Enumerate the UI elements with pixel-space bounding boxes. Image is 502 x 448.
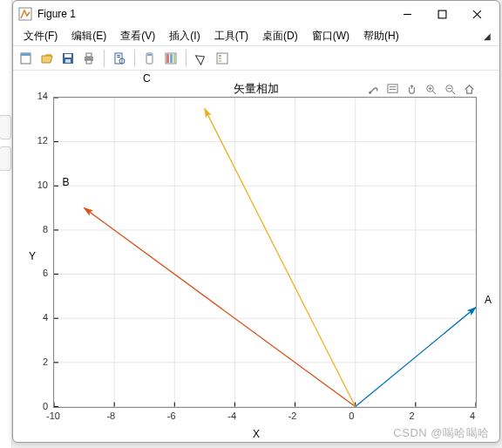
x-tick-label: 4 — [470, 411, 475, 421]
print-button[interactable] — [79, 49, 98, 68]
vector-label-c: C — [143, 72, 151, 85]
svg-rect-11 — [86, 53, 92, 57]
watermark: CSDN @喝哈喝哈 — [393, 425, 490, 441]
maximize-button[interactable] — [424, 2, 459, 26]
svg-point-27 — [369, 91, 371, 93]
svg-rect-15 — [117, 57, 120, 58]
titlebar: Figure 1 — [13, 1, 499, 27]
insert-legend-button[interactable] — [213, 49, 232, 68]
x-tick-label: 2 — [410, 411, 415, 421]
x-tick-label: 0 — [349, 411, 354, 421]
background-panel — [0, 0, 12, 448]
svg-line-36 — [451, 91, 455, 94]
brush-icon[interactable] — [365, 81, 381, 97]
figure-area: C 矢量相加 Y X -10-8-6-4-202402468101214 A B — [13, 71, 499, 442]
y-tick-label: 6 — [29, 268, 48, 278]
menu-view[interactable]: 查看(V) — [113, 27, 162, 45]
y-tick-label: 2 — [29, 356, 48, 367]
axes-toolbar — [365, 81, 477, 97]
figure-window: Figure 1 文件(F) 编辑(E) 查看(V) 插入(I) 工具(T) 桌… — [12, 0, 500, 443]
pan-icon[interactable] — [404, 81, 419, 97]
axes[interactable]: -10-8-6-4-202402468101214 A B — [53, 97, 477, 407]
minimize-button[interactable] — [390, 2, 424, 26]
plot-canvas — [53, 97, 477, 408]
svg-rect-20 — [166, 54, 169, 63]
y-axis-label: Y — [29, 250, 36, 262]
save-button[interactable] — [58, 49, 78, 68]
svg-rect-12 — [86, 60, 92, 64]
menu-help[interactable]: 帮助(H) — [356, 27, 406, 45]
menu-overflow-icon[interactable]: ◢ — [484, 31, 496, 41]
dock-tab — [0, 115, 11, 139]
vector-label-b: B — [62, 176, 69, 188]
link-plots-button[interactable] — [140, 49, 159, 68]
menu-edit[interactable]: 编辑(E) — [64, 27, 113, 45]
svg-rect-21 — [170, 54, 173, 63]
toolbar — [13, 46, 499, 71]
svg-rect-18 — [147, 54, 152, 56]
y-tick-label: 4 — [29, 312, 48, 322]
home-icon[interactable] — [461, 81, 477, 97]
svg-rect-23 — [217, 53, 227, 64]
x-tick-label: -2 — [288, 411, 297, 421]
y-tick-label: 8 — [29, 224, 48, 234]
toolbar-separator — [104, 50, 105, 67]
menu-window[interactable]: 窗口(W) — [305, 27, 356, 45]
print-preview-button[interactable] — [110, 49, 129, 68]
zoom-in-icon[interactable] — [423, 81, 438, 97]
open-button[interactable] — [37, 49, 57, 68]
edit-plot-button[interactable] — [192, 49, 211, 68]
menu-insert[interactable]: 插入(I) — [162, 27, 207, 45]
svg-line-71 — [85, 208, 356, 407]
svg-rect-8 — [64, 54, 71, 58]
svg-rect-14 — [117, 55, 120, 56]
vector-label-a: A — [485, 294, 492, 306]
x-tick-label: -4 — [227, 411, 236, 421]
y-tick-label: 0 — [29, 401, 48, 411]
svg-line-32 — [432, 91, 436, 94]
menu-tools[interactable]: 工具(T) — [207, 27, 255, 45]
svg-rect-22 — [173, 54, 175, 63]
new-figure-button[interactable] — [17, 49, 36, 68]
y-tick-label: 10 — [29, 180, 48, 190]
plot-title: 矢量相加 — [234, 81, 279, 97]
menu-file[interactable]: 文件(F) — [17, 27, 64, 45]
y-tick-label: 12 — [29, 135, 48, 146]
zoom-out-icon[interactable] — [442, 81, 458, 97]
svg-rect-9 — [65, 59, 71, 63]
insert-colorbar-button[interactable] — [161, 49, 180, 68]
toolbar-separator — [134, 50, 135, 67]
dock-tab — [0, 146, 11, 171]
menubar: 文件(F) 编辑(E) 查看(V) 插入(I) 工具(T) 桌面(D) 窗口(W… — [13, 27, 499, 46]
close-button[interactable] — [459, 2, 494, 26]
window-title: Figure 1 — [37, 8, 390, 20]
toolbar-separator — [186, 50, 187, 67]
svg-line-72 — [205, 109, 356, 407]
y-tick-label: 14 — [29, 91, 48, 101]
svg-rect-2 — [438, 10, 446, 18]
matlab-figure-icon — [18, 7, 32, 21]
x-tick-label: -6 — [167, 411, 176, 421]
menu-desktop[interactable]: 桌面(D) — [255, 27, 305, 45]
x-axis-label: X — [253, 428, 260, 440]
x-tick-label: -8 — [106, 411, 115, 421]
x-tick-label: -10 — [46, 411, 60, 421]
svg-rect-6 — [21, 53, 31, 56]
svg-rect-28 — [387, 84, 397, 92]
datatips-icon[interactable] — [384, 81, 400, 97]
